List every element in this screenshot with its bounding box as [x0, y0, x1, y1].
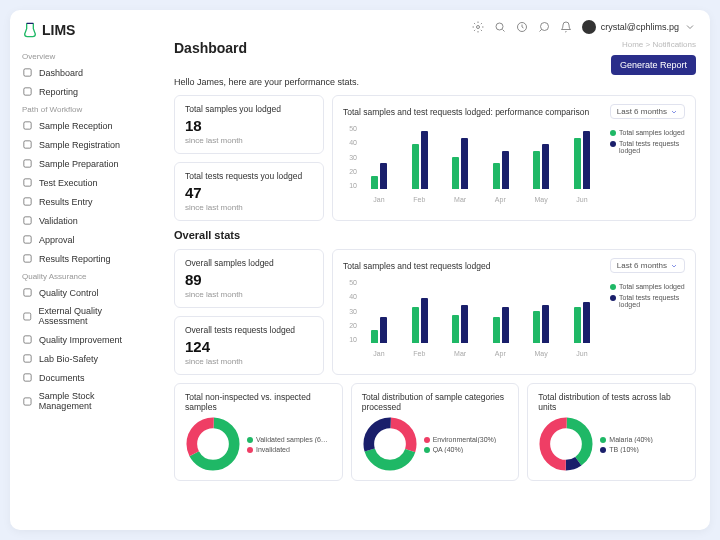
nav-icon — [22, 253, 33, 264]
nav-icon — [22, 158, 33, 169]
chevron-down-icon — [670, 108, 678, 116]
overall-heading: Overall stats — [174, 229, 696, 241]
chart1-range-dropdown[interactable]: Last 6 months — [610, 104, 685, 119]
bar — [452, 157, 459, 189]
sidebar-item-sample-preparation[interactable]: Sample Preparation — [10, 154, 160, 173]
nav-icon — [22, 287, 33, 298]
bar — [533, 151, 540, 189]
bar — [412, 144, 419, 189]
nav-icon — [22, 86, 33, 97]
nav-icon — [22, 353, 33, 364]
svg-point-17 — [496, 23, 503, 30]
chat-icon[interactable] — [538, 21, 550, 33]
bar — [533, 311, 540, 343]
nav-icon — [22, 196, 33, 207]
bar — [421, 298, 428, 343]
nav-section-label: Quality Assurance — [10, 268, 160, 283]
chevron-down-icon — [684, 21, 696, 33]
bar — [574, 138, 581, 189]
donut-inspected: Total non-inspected vs. inspected sample… — [174, 383, 343, 481]
svg-rect-4 — [24, 160, 31, 167]
sidebar-item-validation[interactable]: Validation — [10, 211, 160, 230]
svg-rect-9 — [24, 255, 31, 262]
svg-rect-14 — [24, 374, 31, 381]
donut-segment — [545, 423, 587, 465]
logo-text: LIMS — [42, 22, 75, 38]
svg-rect-2 — [24, 122, 31, 129]
avatar — [582, 20, 596, 34]
sidebar-item-sample-stock-management[interactable]: Sample Stock Management — [10, 387, 160, 415]
topbar: crystal@cphlims.pg — [160, 10, 710, 40]
sidebar-item-quality-improvement[interactable]: Quality Improvement — [10, 330, 160, 349]
svg-rect-6 — [24, 198, 31, 205]
sidebar-item-documents[interactable]: Documents — [10, 368, 160, 387]
nav-icon — [22, 120, 33, 131]
app-shell: LIMS OverviewDashboardReportingPath of W… — [10, 10, 710, 530]
svg-rect-8 — [24, 236, 31, 243]
sidebar-item-results-entry[interactable]: Results Entry — [10, 192, 160, 211]
bar — [493, 317, 500, 343]
bar — [493, 163, 500, 189]
svg-rect-0 — [24, 69, 31, 76]
search-icon[interactable] — [494, 21, 506, 33]
svg-rect-12 — [24, 336, 31, 343]
bar — [461, 305, 468, 343]
sidebar-item-quality-control[interactable]: Quality Control — [10, 283, 160, 302]
page-title: Dashboard — [174, 40, 247, 56]
content: Dashboard Home > Notifications Generate … — [160, 40, 710, 530]
generate-report-button[interactable]: Generate Report — [611, 55, 696, 75]
stat-overall-samples: Overall samples lodged 89 since last mon… — [174, 249, 324, 308]
sidebar-item-approval[interactable]: Approval — [10, 230, 160, 249]
bar — [412, 307, 419, 343]
bar — [583, 302, 590, 343]
svg-rect-15 — [24, 397, 31, 404]
gear-icon[interactable] — [472, 21, 484, 33]
bar — [380, 163, 387, 189]
nav-icon — [22, 372, 33, 383]
bar — [574, 307, 581, 343]
bar — [502, 307, 509, 343]
chart-performance: Total samples and test requests lodged: … — [332, 95, 696, 221]
bar — [542, 305, 549, 343]
subtitle: Hello James, here are your performance s… — [174, 77, 696, 87]
stat-tests-lodged: Total tests requests you lodged 47 since… — [174, 162, 324, 221]
chart-overall: Total samples and test requests lodged L… — [332, 249, 696, 375]
sidebar-item-lab-bio-safety[interactable]: Lab Bio-Safety — [10, 349, 160, 368]
sidebar-item-sample-reception[interactable]: Sample Reception — [10, 116, 160, 135]
bar — [380, 317, 387, 343]
donut-segment — [192, 423, 234, 465]
bar — [452, 315, 459, 343]
user-menu[interactable]: crystal@cphlims.pg — [582, 20, 696, 34]
bar — [421, 131, 428, 189]
stat-overall-tests: Overall tests requests lodged 124 since … — [174, 316, 324, 375]
nav-icon — [22, 177, 33, 188]
sidebar-item-results-reporting[interactable]: Results Reporting — [10, 249, 160, 268]
sidebar-item-reporting[interactable]: Reporting — [10, 82, 160, 101]
bar — [461, 138, 468, 189]
sidebar-item-sample-registration[interactable]: Sample Registration — [10, 135, 160, 154]
bar — [371, 176, 378, 189]
bell-icon[interactable] — [560, 21, 572, 33]
sidebar-item-external-quality-assessment[interactable]: External Quality Assessment — [10, 302, 160, 330]
donut-categories: Total distribution of sample categories … — [351, 383, 520, 481]
bar — [502, 151, 509, 189]
nav-section-label: Path of Workflow — [10, 101, 160, 116]
svg-rect-13 — [24, 355, 31, 362]
donut-units: Total distribution of tests across lab u… — [527, 383, 696, 481]
donut-segment — [368, 423, 410, 465]
chart2-range-dropdown[interactable]: Last 6 months — [610, 258, 685, 273]
clock-icon[interactable] — [516, 21, 528, 33]
sidebar-item-test-execution[interactable]: Test Execution — [10, 173, 160, 192]
sidebar: LIMS OverviewDashboardReportingPath of W… — [10, 10, 160, 530]
svg-rect-3 — [24, 141, 31, 148]
svg-rect-7 — [24, 217, 31, 224]
nav-icon — [22, 67, 33, 78]
svg-rect-5 — [24, 179, 31, 186]
stat-samples-lodged: Total samples you lodged 18 since last m… — [174, 95, 324, 154]
sidebar-item-dashboard[interactable]: Dashboard — [10, 63, 160, 82]
breadcrumb: Home > Notifications — [611, 40, 696, 49]
svg-rect-10 — [24, 289, 31, 296]
svg-rect-1 — [24, 88, 31, 95]
bar — [583, 131, 590, 189]
bar — [371, 330, 378, 343]
